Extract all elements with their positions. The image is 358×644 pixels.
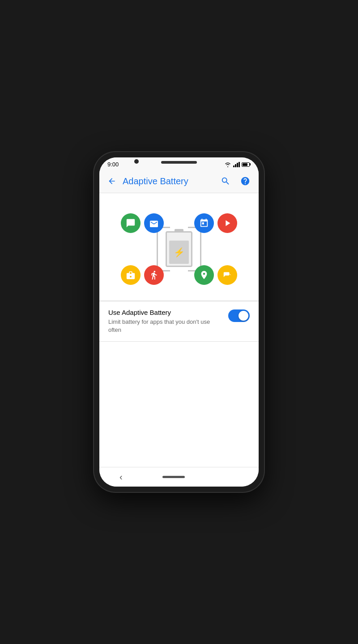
setting-text-block: Use Adaptive Battery Limit battery for a… bbox=[108, 309, 223, 334]
hangouts-icon bbox=[222, 270, 232, 280]
battery-icon bbox=[242, 162, 251, 167]
battery-tip bbox=[175, 229, 183, 232]
search-icon bbox=[221, 176, 230, 186]
main-content: ⚡ bbox=[99, 193, 259, 467]
page-title: Adaptive Battery bbox=[123, 176, 214, 186]
adaptive-battery-toggle[interactable] bbox=[228, 309, 250, 322]
settings-section: Use Adaptive Battery Limit battery for a… bbox=[99, 301, 259, 341]
phone-device: 9:00 bbox=[94, 152, 264, 492]
nav-home-indicator[interactable] bbox=[162, 476, 185, 478]
lightning-icon: ⚡ bbox=[174, 247, 185, 258]
phone-screen: 9:00 bbox=[99, 157, 259, 487]
toggle-thumb bbox=[239, 311, 248, 321]
signal-icon bbox=[233, 162, 240, 167]
app-icon-calendar bbox=[194, 213, 214, 233]
messages-icon bbox=[126, 218, 136, 228]
setting-title: Use Adaptive Battery bbox=[108, 309, 223, 316]
illustration-wrapper: ⚡ bbox=[116, 209, 242, 289]
toggle-track bbox=[228, 309, 250, 322]
empty-content-area bbox=[99, 342, 259, 467]
youtube-icon bbox=[222, 218, 232, 228]
bottom-nav-bar: ‹ bbox=[99, 467, 259, 487]
back-arrow-icon bbox=[107, 177, 116, 186]
app-icon-hangouts bbox=[217, 265, 237, 285]
briefcase-icon bbox=[126, 270, 136, 280]
status-time: 9:00 bbox=[107, 161, 119, 168]
mail-icon bbox=[149, 219, 159, 227]
app-icon-fitness bbox=[144, 265, 164, 285]
app-icon-mail bbox=[144, 213, 164, 233]
app-icon-messages bbox=[121, 213, 141, 233]
battery-center-icon: ⚡ bbox=[166, 231, 192, 267]
battery-fill: ⚡ bbox=[169, 241, 189, 264]
help-icon bbox=[240, 176, 250, 186]
camera bbox=[134, 159, 139, 164]
maps-icon bbox=[199, 270, 209, 280]
status-icons bbox=[224, 162, 251, 167]
app-icon-maps bbox=[194, 265, 214, 285]
back-button[interactable] bbox=[105, 174, 119, 188]
app-bar: Adaptive Battery bbox=[99, 169, 259, 193]
wifi-icon bbox=[224, 162, 231, 167]
help-button[interactable] bbox=[237, 173, 253, 189]
setting-description: Limit battery for apps that you don't us… bbox=[108, 318, 223, 334]
search-button[interactable] bbox=[217, 173, 234, 189]
speaker bbox=[161, 161, 197, 164]
app-icon-youtube bbox=[217, 213, 237, 233]
nav-back-button[interactable]: ‹ bbox=[119, 472, 123, 482]
adaptive-battery-setting-row: Use Adaptive Battery Limit battery for a… bbox=[108, 309, 250, 334]
app-icon-briefcase bbox=[121, 265, 141, 285]
calendar-icon bbox=[199, 218, 209, 228]
illustration-area: ⚡ bbox=[99, 193, 259, 301]
fitness-icon bbox=[149, 270, 159, 280]
